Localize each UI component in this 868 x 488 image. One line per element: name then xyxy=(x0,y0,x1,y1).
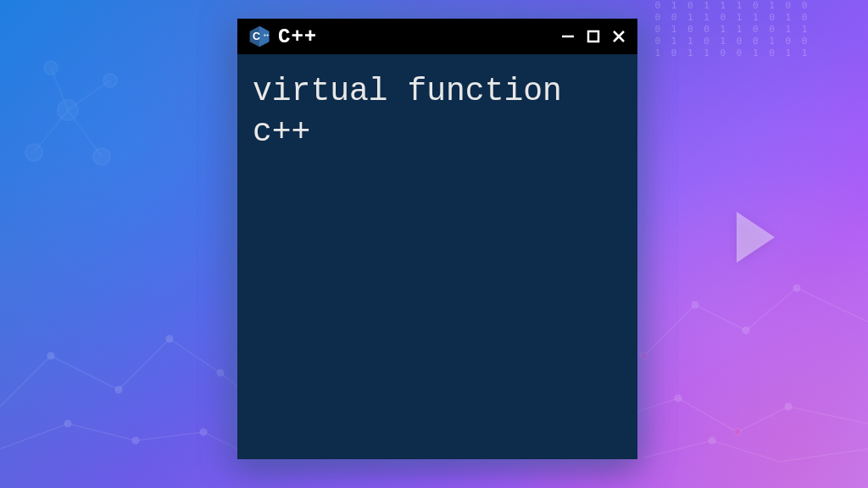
svg-point-14 xyxy=(785,403,792,410)
svg-point-18 xyxy=(93,148,110,165)
svg-point-10 xyxy=(743,327,749,334)
svg-rect-31 xyxy=(588,31,598,42)
window-controls xyxy=(559,28,627,45)
svg-point-15 xyxy=(709,437,715,444)
svg-point-1 xyxy=(115,386,122,393)
svg-point-12 xyxy=(675,395,682,402)
svg-point-19 xyxy=(44,61,58,75)
svg-point-11 xyxy=(793,285,800,291)
svg-point-6 xyxy=(132,437,139,444)
svg-point-17 xyxy=(25,144,42,161)
svg-point-5 xyxy=(64,420,71,427)
svg-point-3 xyxy=(217,369,224,376)
maximize-button[interactable] xyxy=(585,28,602,45)
svg-point-8 xyxy=(641,352,648,359)
svg-point-13 xyxy=(734,429,741,435)
play-icon xyxy=(737,212,775,263)
svg-point-7 xyxy=(200,429,207,435)
svg-line-24 xyxy=(68,80,110,110)
svg-line-21 xyxy=(34,110,68,152)
svg-point-2 xyxy=(166,336,173,342)
svg-text:+: + xyxy=(266,31,270,37)
terminal-window: C + + C++ virtual function c++ xyxy=(237,19,637,459)
svg-point-9 xyxy=(692,302,698,308)
terminal-body[interactable]: virtual function c++ xyxy=(237,54,637,459)
svg-point-20 xyxy=(103,74,117,87)
minimize-button[interactable] xyxy=(559,28,576,45)
titlebar[interactable]: C + + C++ xyxy=(237,19,637,54)
close-button[interactable] xyxy=(610,28,627,45)
cpp-logo-icon: C + + xyxy=(248,25,271,48)
svg-line-23 xyxy=(51,68,68,110)
svg-point-0 xyxy=(47,352,54,359)
background-binary-rain: 0 1 0 1 1 1 0 1 0 0 0 0 1 1 0 1 1 0 1 0 … xyxy=(648,0,817,152)
window-title: C++ xyxy=(278,25,553,48)
svg-point-16 xyxy=(58,100,78,120)
svg-line-22 xyxy=(68,110,102,157)
terminal-content: virtual function c++ xyxy=(253,71,622,152)
svg-text:C: C xyxy=(253,30,260,42)
